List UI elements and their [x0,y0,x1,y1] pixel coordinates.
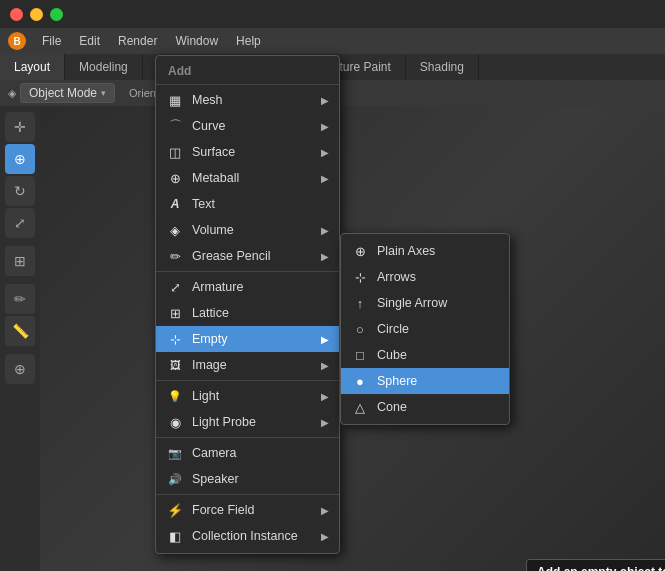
tab-layout[interactable]: Layout [0,54,65,80]
speaker-icon: 🔊 [166,470,184,488]
text-icon: A [166,195,184,213]
collection-instance-icon: ◧ [166,527,184,545]
image-icon: 🖼 [166,356,184,374]
sidebar-measure-icon[interactable]: 📏 [5,316,35,346]
close-button[interactable] [10,8,23,21]
light-icon: 💡 [166,387,184,405]
sidebar-add-icon[interactable]: ⊕ [5,354,35,384]
cone-icon: △ [351,398,369,416]
menu-item-text[interactable]: A Text [156,191,339,217]
menu-item-camera[interactable]: 📷 Camera [156,437,339,466]
grease-pencil-icon: ✏ [166,247,184,265]
grease-pencil-arrow: ▶ [321,251,329,262]
submenu-item-sphere[interactable]: ● Sphere [341,368,509,394]
add-menu-dropdown: Add ▦ Mesh ▶ ⌒ Curve ▶ ◫ Surface ▶ ⊕ Met… [155,55,340,554]
mesh-arrow: ▶ [321,95,329,106]
single-arrow-icon: ↑ [351,294,369,312]
armature-icon: ⤢ [166,278,184,296]
menu-window[interactable]: Window [167,32,226,50]
cube-icon: □ [351,346,369,364]
menu-item-mesh[interactable]: ▦ Mesh ▶ [156,87,339,113]
curve-icon: ⌒ [166,117,184,135]
add-menu-header: Add [156,60,339,85]
collection-instance-arrow: ▶ [321,531,329,542]
menu-item-armature[interactable]: ⤢ Armature [156,271,339,300]
mode-icon: ◈ [8,87,16,100]
menu-item-light-probe[interactable]: ◉ Light Probe ▶ [156,409,339,435]
curve-arrow: ▶ [321,121,329,132]
sidebar-cursor-icon[interactable]: ✛ [5,112,35,142]
tooltip-bar: Add an empty object to the scene: Sphere [526,559,665,571]
minimize-button[interactable] [30,8,43,21]
sidebar-scale-icon[interactable]: ⤢ [5,208,35,238]
volume-icon: ◈ [166,221,184,239]
menu-item-speaker[interactable]: 🔊 Speaker [156,466,339,492]
title-bar [0,0,665,28]
camera-icon: 📷 [166,444,184,462]
menu-item-metaball[interactable]: ⊕ Metaball ▶ [156,165,339,191]
image-arrow: ▶ [321,360,329,371]
submenu-item-circle[interactable]: ○ Circle [341,316,509,342]
tab-shading[interactable]: Shading [406,54,479,80]
submenu-item-cube[interactable]: □ Cube [341,342,509,368]
volume-arrow: ▶ [321,225,329,236]
blender-logo: B [6,30,28,52]
menu-item-curve[interactable]: ⌒ Curve ▶ [156,113,339,139]
menu-item-collection-instance[interactable]: ◧ Collection Instance ▶ [156,523,339,549]
circle-icon: ○ [351,320,369,338]
submenu-item-plain-axes[interactable]: ⊕ Plain Axes [341,238,509,264]
sidebar-transform-icon[interactable]: ⊞ [5,246,35,276]
light-arrow: ▶ [321,391,329,402]
empty-icon: ⊹ [166,330,184,348]
menu-edit[interactable]: Edit [71,32,108,50]
submenu-item-single-arrow[interactable]: ↑ Single Arrow [341,290,509,316]
menu-render[interactable]: Render [110,32,165,50]
menu-item-grease-pencil[interactable]: ✏ Grease Pencil ▶ [156,243,339,269]
light-probe-icon: ◉ [166,413,184,431]
lattice-icon: ⊞ [166,304,184,322]
menu-file[interactable]: File [34,32,69,50]
metaball-icon: ⊕ [166,169,184,187]
menu-item-force-field[interactable]: ⚡ Force Field ▶ [156,494,339,523]
empty-submenu-panel: ⊕ Plain Axes ⊹ Arrows ↑ Single Arrow ○ C… [340,233,510,425]
sidebar-move-icon[interactable]: ⊕ [5,144,35,174]
tab-modeling[interactable]: Modeling [65,54,143,80]
menu-bar: B File Edit Render Window Help [0,28,665,54]
add-menu-panel: Add ▦ Mesh ▶ ⌒ Curve ▶ ◫ Surface ▶ ⊕ Met… [155,55,340,554]
force-field-arrow: ▶ [321,505,329,516]
submenu-item-arrows[interactable]: ⊹ Arrows [341,264,509,290]
menu-help[interactable]: Help [228,32,269,50]
sidebar-annotate-icon[interactable]: ✏ [5,284,35,314]
submenu-item-cone[interactable]: △ Cone [341,394,509,420]
sidebar: ✛ ⊕ ↻ ⤢ ⊞ ✏ 📏 ⊕ [0,106,40,571]
sphere-icon: ● [351,372,369,390]
force-field-icon: ⚡ [166,501,184,519]
menu-item-surface[interactable]: ◫ Surface ▶ [156,139,339,165]
mesh-icon: ▦ [166,91,184,109]
menu-item-empty[interactable]: ⊹ Empty ▶ [156,326,339,352]
arrows-icon: ⊹ [351,268,369,286]
object-mode-button[interactable]: Object Mode ▾ [20,83,115,103]
light-probe-arrow: ▶ [321,417,329,428]
menu-item-light[interactable]: 💡 Light ▶ [156,380,339,409]
metaball-arrow: ▶ [321,173,329,184]
menu-item-lattice[interactable]: ⊞ Lattice [156,300,339,326]
svg-text:B: B [13,36,20,47]
menu-item-volume[interactable]: ◈ Volume ▶ [156,217,339,243]
menu-item-image[interactable]: 🖼 Image ▶ [156,352,339,378]
surface-icon: ◫ [166,143,184,161]
maximize-button[interactable] [50,8,63,21]
plain-axes-icon: ⊕ [351,242,369,260]
empty-arrow: ▶ [321,334,329,345]
sidebar-rotate-icon[interactable]: ↻ [5,176,35,206]
surface-arrow: ▶ [321,147,329,158]
